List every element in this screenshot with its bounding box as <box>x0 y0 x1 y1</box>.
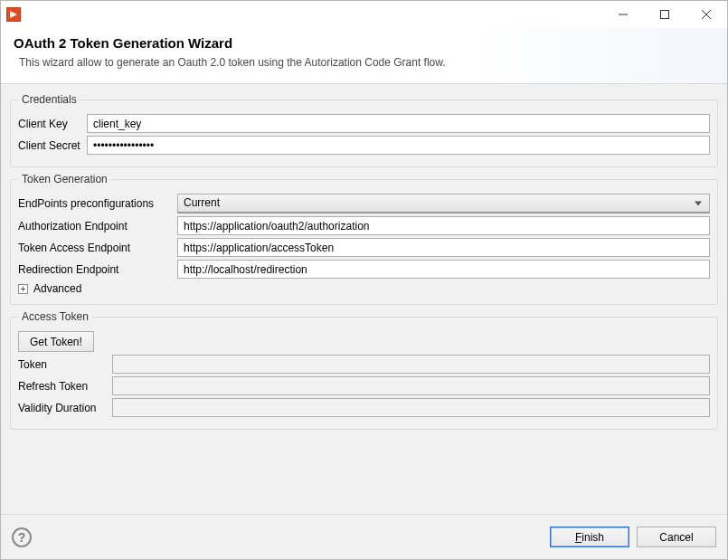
preconfig-label: EndPoints preconfigurations <box>18 197 172 210</box>
close-button[interactable] <box>685 1 727 28</box>
page-subtitle: This wizard allow to generate an Oauth 2… <box>14 56 714 69</box>
auth-endpoint-input[interactable] <box>177 216 710 235</box>
help-icon[interactable]: ? <box>12 527 32 547</box>
credentials-group: Credentials Client Key Client Secret <box>10 93 718 167</box>
wizard-window: OAuth 2 Token Generation Wizard This wiz… <box>0 0 728 560</box>
client-secret-label: Client Secret <box>18 139 81 152</box>
wizard-footer: ? Finish Cancel <box>1 514 727 559</box>
maximize-icon <box>660 10 669 19</box>
cancel-button[interactable]: Cancel <box>637 527 716 547</box>
plus-icon: + <box>18 284 28 294</box>
client-secret-input[interactable] <box>87 136 710 155</box>
validity-label: Validity Duration <box>18 402 107 414</box>
maximize-button[interactable] <box>644 1 685 28</box>
access-token-legend: Access Token <box>18 310 92 323</box>
minimize-icon <box>619 10 628 19</box>
close-icon <box>702 10 711 19</box>
redirect-endpoint-input[interactable] <box>177 260 710 279</box>
token-generation-legend: Token Generation <box>18 173 111 185</box>
page-title: OAuth 2 Token Generation Wizard <box>14 35 714 51</box>
validity-output <box>112 398 710 417</box>
preconfig-select[interactable]: Current <box>177 194 710 214</box>
refresh-token-output <box>112 376 710 395</box>
client-key-label: Client Key <box>18 118 81 130</box>
redirect-endpoint-label: Redirection Endpoint <box>18 263 172 276</box>
minimize-button[interactable] <box>602 1 644 28</box>
wizard-header: OAuth 2 Token Generation Wizard This wiz… <box>1 28 727 84</box>
titlebar <box>1 1 727 28</box>
window-controls <box>602 1 727 28</box>
app-icon <box>6 7 21 22</box>
get-token-button[interactable]: Get Token! <box>18 331 94 352</box>
advanced-label: Advanced <box>33 282 81 295</box>
advanced-expander[interactable]: + Advanced <box>18 282 710 295</box>
svg-rect-1 <box>661 11 669 19</box>
token-endpoint-label: Token Access Endpoint <box>18 242 172 254</box>
token-generation-group: Token Generation EndPoints preconfigurat… <box>10 173 718 305</box>
token-output <box>112 355 710 374</box>
token-endpoint-input[interactable] <box>177 238 710 257</box>
client-key-input[interactable] <box>87 114 710 133</box>
wizard-content: Credentials Client Key Client Secret Tok… <box>1 84 727 514</box>
preconfig-value: Current <box>184 196 220 209</box>
credentials-legend: Credentials <box>18 93 80 106</box>
auth-endpoint-label: Authorization Endpoint <box>18 220 172 233</box>
finish-button[interactable]: Finish <box>550 527 629 547</box>
token-label: Token <box>18 358 107 371</box>
refresh-token-label: Refresh Token <box>18 380 107 393</box>
access-token-group: Access Token Get Token! Token Refresh To… <box>10 310 718 430</box>
